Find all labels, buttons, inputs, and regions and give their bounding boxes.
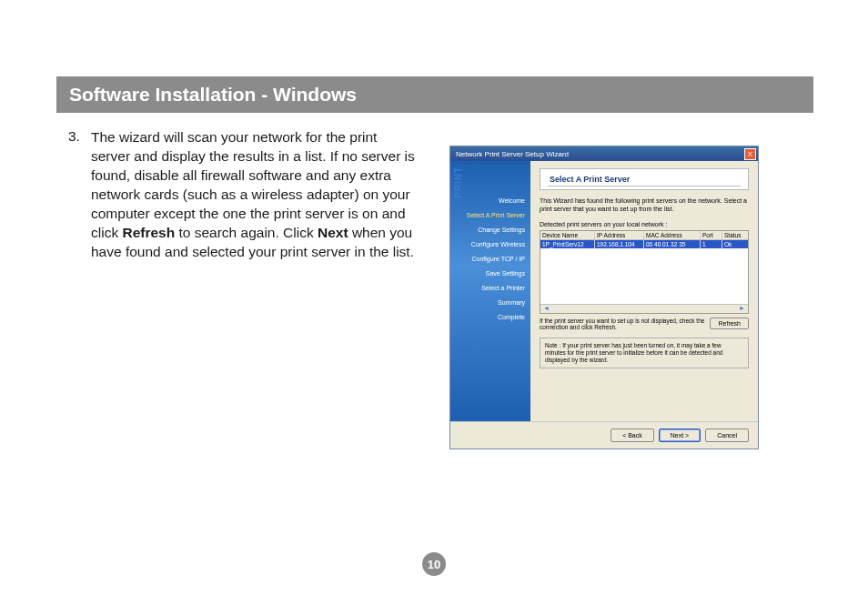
td-ip-address: 192.168.1.104 bbox=[595, 240, 644, 248]
td-port: 1 bbox=[701, 240, 722, 248]
table-row[interactable]: 1P_PrintServ12 192.168.1.104 00 40 01 32… bbox=[540, 240, 748, 248]
th-device-name: Device Name bbox=[540, 231, 595, 239]
next-button[interactable]: Next > bbox=[659, 429, 701, 442]
wizard-titlebar: Network Print Server Setup Wizard X bbox=[450, 146, 758, 161]
wizard-sidebar: PRINT Welcome Select A Print Server Chan… bbox=[450, 161, 530, 421]
th-mac-address: MAC Address bbox=[644, 231, 701, 239]
th-port: Port bbox=[701, 231, 722, 239]
nav-summary[interactable]: Summary bbox=[450, 299, 525, 306]
scroll-right-icon[interactable]: ► bbox=[736, 305, 748, 313]
note-box: Note : If your print server has just bee… bbox=[540, 338, 749, 368]
nav-complete[interactable]: Complete bbox=[450, 314, 525, 320]
wizard-window: Network Print Server Setup Wizard X PRIN… bbox=[449, 146, 759, 449]
step-text-part1: The wizard will scan your network for th… bbox=[91, 129, 415, 240]
nav-configure-tcpip[interactable]: Configure TCP / IP bbox=[450, 256, 525, 262]
sidebar-brand: PRINT bbox=[453, 166, 463, 198]
refresh-row: If the print server you want to set up i… bbox=[540, 318, 749, 332]
nav-change-settings[interactable]: Change Settings bbox=[450, 227, 525, 233]
horizontal-scrollbar[interactable]: ◄► bbox=[540, 304, 748, 313]
wizard-title: Network Print Server Setup Wizard bbox=[456, 150, 569, 158]
step-next-word: Next bbox=[318, 225, 348, 240]
wizard-body: PRINT Welcome Select A Print Server Chan… bbox=[450, 161, 758, 421]
nav-configure-wireless[interactable]: Configure Wireless bbox=[450, 241, 525, 247]
close-button[interactable]: X bbox=[744, 148, 756, 160]
detected-label: Detected print servers on your local net… bbox=[540, 221, 749, 227]
back-button[interactable]: < Back bbox=[611, 429, 654, 442]
refresh-button[interactable]: Refresh bbox=[710, 318, 749, 329]
table-header-row: Device Name IP Address MAC Address Port … bbox=[540, 231, 748, 240]
print-server-table[interactable]: Device Name IP Address MAC Address Port … bbox=[540, 230, 749, 314]
refresh-hint: If the print server you want to set up i… bbox=[540, 318, 704, 332]
nav-welcome[interactable]: Welcome bbox=[450, 197, 525, 204]
scroll-left-icon[interactable]: ◄ bbox=[540, 305, 552, 313]
step-refresh-word: Refresh bbox=[122, 225, 175, 240]
section-header: Software Installation - Windows bbox=[56, 76, 813, 113]
wizard-main-panel: Select A Print Server This Wizard has fo… bbox=[530, 161, 758, 421]
page-number-badge: 10 bbox=[422, 552, 446, 576]
step-text-part2: to search again. Click bbox=[175, 225, 318, 240]
nav-select-printer[interactable]: Select a Printer bbox=[450, 285, 525, 291]
step-number: 3. bbox=[68, 128, 80, 145]
td-device-name: 1P_PrintServ12 bbox=[540, 240, 595, 248]
step-instruction: The wizard will scan your network for th… bbox=[91, 128, 419, 261]
td-status: Ok bbox=[722, 240, 746, 248]
wizard-footer: < Back Next > Cancel bbox=[450, 421, 758, 449]
panel-title: Select A Print Server bbox=[540, 168, 749, 190]
td-mac-address: 00 40 01 32 35 bbox=[644, 240, 701, 248]
section-title: Software Installation - Windows bbox=[69, 84, 357, 106]
th-ip-address: IP Address bbox=[595, 231, 644, 239]
th-status: Status bbox=[722, 231, 746, 239]
nav-save-settings[interactable]: Save Settings bbox=[450, 270, 525, 277]
nav-select-print-server[interactable]: Select A Print Server bbox=[450, 212, 525, 218]
cancel-button[interactable]: Cancel bbox=[705, 429, 749, 442]
panel-instruction: This Wizard has found the following prin… bbox=[540, 197, 749, 214]
